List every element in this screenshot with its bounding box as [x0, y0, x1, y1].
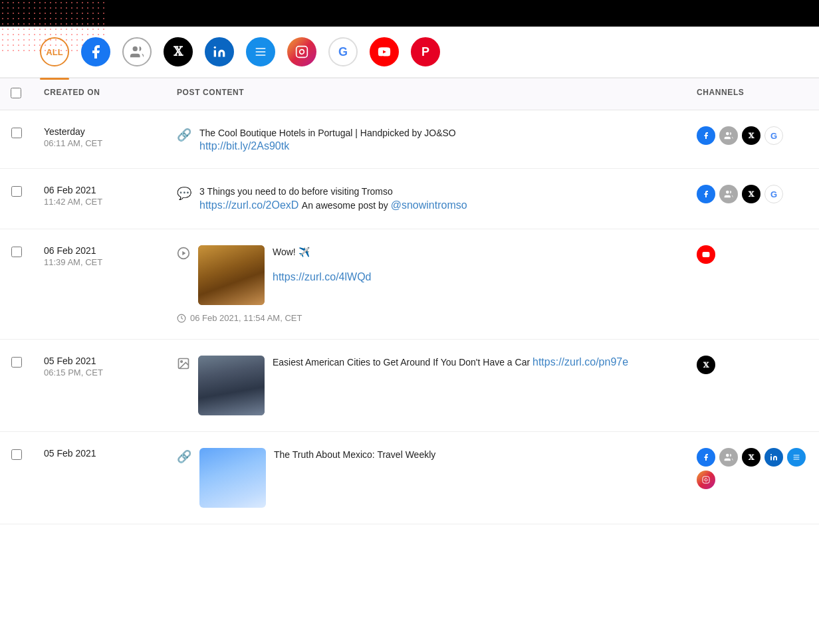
- row5-date: 05 Feb 2021: [33, 448, 166, 460]
- video-play-icon: [177, 247, 190, 263]
- row1-text-block: The Cool Boutique Hotels in Portugal | H…: [199, 126, 456, 152]
- row3-link[interactable]: https://zurl.co/4lWQd: [273, 271, 372, 282]
- row5-text-block: The Truth About Mexico: Travel Weekly: [274, 448, 435, 462]
- row3-checkbox[interactable]: [11, 247, 22, 257]
- linkedin-icon[interactable]: [205, 37, 234, 66]
- tab-youtube[interactable]: [370, 37, 399, 66]
- svg-rect-20: [794, 457, 800, 458]
- youtube-icon[interactable]: [370, 37, 399, 66]
- svg-point-0: [133, 47, 138, 51]
- tab-facebook[interactable]: [81, 37, 110, 66]
- row4-link[interactable]: https://zurl.co/pn97e: [532, 356, 628, 368]
- row4-content: Easiest American Cities to Get Around If…: [166, 356, 686, 415]
- row2-checkbox[interactable]: [11, 186, 22, 197]
- row2-content-row: 💬 3 Things you need to do before visitin…: [177, 185, 675, 213]
- channel-groups: [719, 448, 738, 467]
- row4-text-block: Easiest American Cities to Get Around If…: [273, 356, 628, 370]
- channel-facebook: [697, 185, 715, 203]
- tab-pinterest[interactable]: P: [411, 37, 440, 66]
- row4-thumbnail: [198, 356, 265, 415]
- facebook-icon[interactable]: [81, 37, 110, 66]
- row2-content: 💬 3 Things you need to do before visitin…: [166, 185, 686, 213]
- row2-date-main: 06 Feb 2021: [44, 185, 156, 195]
- svg-point-10: [726, 191, 729, 194]
- tab-instagram[interactable]: [287, 37, 316, 66]
- row3-scheduled-info: 06 Feb 2021, 11:54 AM, CET: [177, 313, 675, 323]
- channel-google: G: [764, 185, 783, 203]
- svg-point-15: [181, 361, 183, 363]
- row1-text: The Cool Boutique Hotels in Portugal | H…: [199, 128, 456, 138]
- channel-groups: [719, 185, 738, 203]
- row3-checkbox-cell[interactable]: [0, 245, 33, 257]
- row5-text: The Truth About Mexico: Travel Weekly: [274, 449, 435, 460]
- row5-content: 🔗 The Truth About Mexico: Travel Weekly: [166, 448, 686, 508]
- select-all-checkbox[interactable]: [11, 88, 21, 98]
- row1-date-time: 06:11 AM, CET: [44, 138, 156, 148]
- tab-google[interactable]: G: [328, 37, 358, 66]
- row3-thumbnail: [198, 245, 265, 305]
- row5-date-main: 05 Feb 2021: [44, 448, 156, 459]
- channel-youtube: [697, 245, 715, 264]
- row1-channels: 𝕏 G: [686, 126, 819, 145]
- row3-scheduled-time: 06 Feb 2021, 11:54 AM, CET: [190, 313, 302, 323]
- row2-link[interactable]: https://zurl.co/2OexD: [199, 199, 298, 211]
- svg-rect-3: [256, 48, 266, 49]
- table-row: 06 Feb 2021 11:42 AM, CET 💬 3 Things you…: [0, 169, 819, 229]
- svg-rect-19: [794, 455, 800, 456]
- row4-date-time: 06:15 PM, CET: [44, 368, 156, 377]
- tab-buffer[interactable]: [246, 37, 275, 66]
- row2-mention: @snowintromso: [391, 199, 467, 211]
- header-post-content: POST CONTENT: [166, 88, 686, 100]
- row2-suffix: An awesome post by: [302, 200, 391, 211]
- svg-point-16: [726, 454, 729, 457]
- row5-content-row: 🔗 The Truth About Mexico: Travel Weekly: [177, 448, 675, 508]
- svg-point-18: [770, 454, 772, 455]
- row3-date-main: 06 Feb 2021: [44, 245, 156, 256]
- pinterest-icon[interactable]: P: [411, 37, 440, 66]
- row3-channels: [686, 245, 819, 264]
- svg-rect-17: [770, 457, 772, 461]
- row4-checkbox-cell[interactable]: [0, 356, 33, 368]
- header-channels: CHANNELS: [686, 88, 819, 100]
- groups-icon[interactable]: [122, 37, 152, 66]
- tab-groups[interactable]: [122, 37, 152, 66]
- row5-checkbox[interactable]: [11, 449, 22, 460]
- row5-channels: 𝕏: [686, 448, 819, 489]
- svg-marker-12: [182, 251, 185, 256]
- google-icon[interactable]: G: [328, 37, 358, 66]
- tab-linkedin[interactable]: [205, 37, 234, 66]
- row4-content-row: Easiest American Cities to Get Around If…: [177, 356, 675, 415]
- row4-channels: 𝕏: [686, 356, 819, 374]
- row4-text: Easiest American Cities to Get Around If…: [273, 357, 532, 368]
- buffer-icon[interactable]: [246, 37, 275, 66]
- tab-x[interactable]: 𝕏: [164, 37, 193, 66]
- row4-checkbox[interactable]: [11, 357, 22, 368]
- row1-checkbox-cell[interactable]: [0, 126, 33, 138]
- row2-channels: 𝕏 G: [686, 185, 819, 203]
- svg-rect-4: [256, 51, 266, 53]
- channel-buffer: [787, 448, 806, 467]
- svg-point-2: [214, 47, 216, 49]
- row2-date: 06 Feb 2021 11:42 AM, CET: [33, 185, 166, 207]
- channel-google: G: [764, 126, 783, 145]
- row5-checkbox-cell[interactable]: [0, 448, 33, 460]
- row1-date: Yesterday 06:11 AM, CET: [33, 126, 166, 148]
- tab-all[interactable]: ALL: [40, 37, 69, 66]
- header-checkbox[interactable]: [0, 88, 33, 100]
- row5-thumbnail: [199, 448, 266, 508]
- building-image: [198, 356, 265, 415]
- filter-tabs-bar: ALL 𝕏 G: [0, 27, 819, 78]
- row1-content: 🔗 The Cool Boutique Hotels in Portugal |…: [166, 126, 686, 152]
- row4-date: 05 Feb 2021 06:15 PM, CET: [33, 356, 166, 377]
- channel-x: 𝕏: [742, 126, 760, 145]
- row1-link[interactable]: http://bit.ly/2As90tk: [199, 140, 289, 152]
- row1-date-main: Yesterday: [44, 126, 156, 137]
- cat-image: [198, 245, 265, 305]
- x-icon[interactable]: 𝕏: [164, 37, 193, 66]
- row2-checkbox-cell[interactable]: [0, 185, 33, 197]
- all-button[interactable]: ALL: [40, 37, 69, 66]
- svg-rect-5: [256, 54, 266, 56]
- instagram-icon[interactable]: [287, 37, 316, 66]
- table-row: 05 Feb 2021 🔗 The Truth About Mexico: Tr…: [0, 432, 819, 524]
- row1-checkbox[interactable]: [11, 128, 22, 138]
